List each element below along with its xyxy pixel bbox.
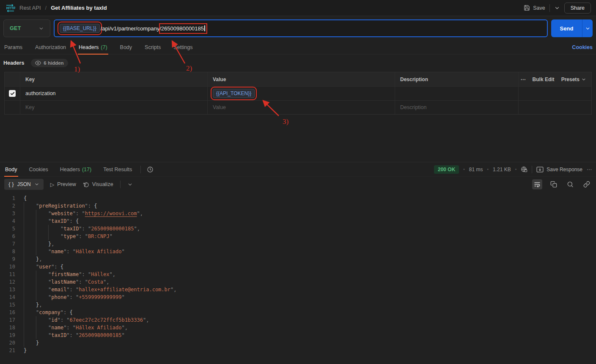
request-tabs: ParamsAuthorizationHeaders(7)BodyScripts… xyxy=(3,41,193,54)
code-line: 7}, xyxy=(0,240,596,248)
code-line: 1{ xyxy=(0,194,596,202)
select-all-cell xyxy=(5,72,20,86)
tab-cookies[interactable]: Cookies xyxy=(28,162,49,176)
presets-dropdown[interactable]: Presets xyxy=(561,77,586,82)
code-line: 20} xyxy=(0,339,596,347)
format-select[interactable]: { } JSON xyxy=(4,179,44,190)
code-line: 13"email": "hallex+affiliate@entria.com.… xyxy=(0,286,596,293)
response-code[interactable]: 1{2"preRegistration": {3"website": "http… xyxy=(0,192,596,364)
breadcrumb-separator: / xyxy=(45,5,47,11)
code-line: 6"type": "BR:CNPJ" xyxy=(0,233,596,240)
svg-text:HTTP: HTTP xyxy=(6,6,15,10)
send-button[interactable]: Send xyxy=(551,19,582,37)
bulk-edit-button[interactable]: Bulk Edit xyxy=(533,77,555,82)
link-icon[interactable] xyxy=(582,179,592,189)
cookies-link[interactable]: Cookies xyxy=(572,44,593,50)
row-checkbox[interactable] xyxy=(9,90,16,97)
key-placeholder-cell[interactable]: Key xyxy=(20,101,208,114)
tab-scripts[interactable]: Scripts xyxy=(144,41,162,54)
divider xyxy=(140,166,141,173)
response-more-options-icon[interactable]: ⋯ xyxy=(587,167,592,172)
code-line: 15}, xyxy=(0,301,596,309)
text-cursor xyxy=(204,25,205,31)
http-request-icon: HTTP xyxy=(5,4,15,12)
wrap-text-icon[interactable] xyxy=(532,179,542,189)
response-header: BodyCookiesHeaders(17)Test Results 200 O… xyxy=(0,162,596,177)
chevron-down-icon xyxy=(38,26,44,31)
response-size[interactable]: 1.21 KB xyxy=(493,167,511,172)
base-url-variable-chip[interactable]: {{BASE_URL}} xyxy=(60,24,100,33)
divider xyxy=(549,4,550,12)
save-button[interactable]: Save xyxy=(524,5,545,11)
column-header-description: Description xyxy=(395,72,519,86)
headers-section-title: Headers xyxy=(3,60,24,66)
tab-authorization[interactable]: Authorization xyxy=(34,41,67,54)
tab-params[interactable]: Params xyxy=(3,41,23,54)
code-line: 10"user": { xyxy=(0,263,596,271)
column-header-value: Value xyxy=(208,72,395,86)
url-path-text: /api/v1/partner/company/ xyxy=(101,25,161,32)
tab-headers[interactable]: Headers(7) xyxy=(78,41,108,54)
tab-test-results[interactable]: Test Results xyxy=(102,162,133,176)
save-dropdown-chevron-icon[interactable] xyxy=(554,5,560,11)
copy-icon[interactable] xyxy=(549,179,559,189)
request-bar: GET {{BASE_URL}} /api/v1/partner/company… xyxy=(0,16,596,41)
column-header-key: Key xyxy=(20,72,208,86)
code-line: 2"preRegistration": { xyxy=(0,202,596,210)
network-globe-icon[interactable] xyxy=(521,166,527,173)
hidden-headers-label: 6 hidden xyxy=(44,60,63,66)
tab-headers[interactable]: Headers(17) xyxy=(59,162,92,176)
visualize-button[interactable]: Visualize xyxy=(83,181,113,188)
tab-body[interactable]: Body xyxy=(119,41,133,54)
value-placeholder-cell[interactable]: Value xyxy=(208,101,395,114)
code-line: 14"phone": "+5599999999999" xyxy=(0,293,596,301)
tab-settings[interactable]: Settings xyxy=(173,41,193,54)
save-button-label: Save xyxy=(533,5,545,11)
share-button[interactable]: Share xyxy=(564,3,591,14)
table-placeholder-row: Key Value Description xyxy=(5,100,591,114)
header-key-cell[interactable]: authorization xyxy=(20,87,208,100)
history-icon[interactable] xyxy=(147,166,154,173)
description-placeholder-cell[interactable]: Description xyxy=(395,101,519,114)
code-line: 8"name": "Hállex Afiliado" xyxy=(0,248,596,255)
braces-icon: { } xyxy=(8,181,14,187)
headers-table: Key Value Description ⋯ Bulk Edit Preset… xyxy=(4,72,592,115)
floppy-save-icon xyxy=(524,5,530,11)
status-badge[interactable]: 200 OK xyxy=(434,165,459,174)
header-description-cell[interactable] xyxy=(395,87,519,100)
code-line: 5"taxID": "26500980000185", xyxy=(0,225,596,233)
url-input[interactable]: {{BASE_URL}} /api/v1/partner/company/ 26… xyxy=(54,19,548,37)
method-select[interactable]: GET xyxy=(3,19,50,37)
divider xyxy=(532,166,532,173)
send-options-chevron-icon[interactable] xyxy=(582,19,593,37)
topbar: HTTP Rest API / Get Affiliates by taxId … xyxy=(0,0,596,16)
separator-dot: • xyxy=(487,167,489,172)
eye-icon xyxy=(35,60,41,66)
preview-button[interactable]: ▷ Preview xyxy=(50,181,76,188)
search-icon[interactable] xyxy=(565,179,575,189)
response-time[interactable]: 81 ms xyxy=(469,167,483,172)
api-token-variable-chip[interactable]: {{API_TOKEN}} xyxy=(213,89,255,98)
breadcrumb-parent[interactable]: Rest API xyxy=(19,5,41,11)
empty-area xyxy=(0,115,596,162)
more-options-icon[interactable]: ⋯ xyxy=(521,77,526,82)
code-line: 18"name": "Hállex Afiliado", xyxy=(0,324,596,331)
response-panel: BodyCookiesHeaders(17)Test Results 200 O… xyxy=(0,162,596,364)
tab-body[interactable]: Body xyxy=(4,162,18,176)
view-options-chevron-icon[interactable] xyxy=(127,182,133,187)
hidden-headers-toggle[interactable]: 6 hidden xyxy=(31,59,68,67)
response-tabs: BodyCookiesHeaders(17)Test Results xyxy=(4,162,133,176)
header-value-cell[interactable]: {{API_TOKEN}} xyxy=(208,87,395,100)
code-line: 3"website": "https://woovi.com", xyxy=(0,210,596,217)
table-row: authorization {{API_TOKEN}} xyxy=(5,86,591,100)
headers-section-head: Headers 6 hidden xyxy=(0,55,596,71)
save-response-label: Save Response xyxy=(547,167,582,172)
code-line: 4"taxID": { xyxy=(0,217,596,225)
code-line: 19"taxID": "26500980000185" xyxy=(0,331,596,339)
save-response-button[interactable]: Save Response xyxy=(536,167,582,172)
response-toolbar: { } JSON ▷ Preview Visualize xyxy=(0,177,596,192)
play-icon: ▷ xyxy=(50,181,55,188)
method-label: GET xyxy=(10,25,21,31)
code-line: 11"firstName": "Hállex", xyxy=(0,271,596,278)
separator-dot: • xyxy=(463,167,465,172)
